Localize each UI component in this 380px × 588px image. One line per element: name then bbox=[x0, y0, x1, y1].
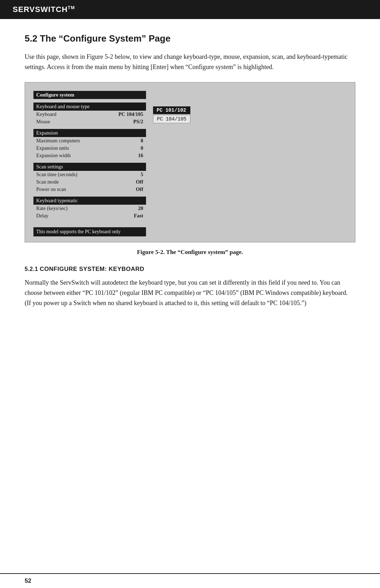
max-computers-value: 8 bbox=[141, 138, 143, 144]
scan-time-label: Scan time (seconds) bbox=[36, 172, 77, 178]
typematic-header: Keyboard typematic bbox=[33, 197, 146, 205]
header-title-text: SERVSWITCH bbox=[13, 5, 68, 14]
intro-paragraph: Use this page, shown in Figure 5-2 below… bbox=[25, 52, 355, 72]
scan-header-text: Scan settings bbox=[36, 164, 63, 169]
subsection-title-suffix-text: Keyboard bbox=[109, 266, 144, 272]
figure-caption: Figure 5-2. The “Configure system” page. bbox=[25, 249, 355, 256]
status-bar: This model supports the PC keyboard only bbox=[33, 227, 146, 236]
expansion-units-row: Expansion units 0 bbox=[33, 144, 146, 152]
delay-label: Delay bbox=[36, 213, 49, 219]
subsection-title-prefix-text: Configure System: bbox=[40, 266, 107, 272]
figure-container: Configure system Keyboard and mouse type… bbox=[25, 82, 355, 242]
subsection-heading: 5.2.1 Configure System: Keyboard bbox=[25, 266, 355, 273]
keyboard-label: Keyboard bbox=[36, 111, 56, 117]
subsection-number: 5.2.1 bbox=[25, 266, 38, 272]
keyboard-mouse-header: Keyboard and mouse type bbox=[33, 103, 146, 111]
mouse-row: Mouse PS/2 bbox=[33, 118, 146, 125]
scan-time-row: Scan time (seconds) 5 bbox=[33, 171, 146, 178]
spacer-1 bbox=[33, 99, 146, 103]
spacer-2 bbox=[33, 125, 146, 129]
config-panel-title: Configure system bbox=[33, 91, 146, 99]
rate-label: Rate (keys/sec) bbox=[36, 205, 68, 211]
power-on-scan-row: Power on scan Off bbox=[33, 186, 146, 193]
kbd-selected-option: PC 101/102 bbox=[153, 106, 190, 114]
max-computers-label: Maximum computers bbox=[36, 138, 80, 144]
power-on-scan-label: Power on scan bbox=[36, 186, 66, 192]
spacer-4 bbox=[33, 193, 146, 197]
config-panel: Configure system Keyboard and mouse type… bbox=[33, 91, 146, 236]
kbd-other-option: PC 104/105 bbox=[153, 115, 190, 123]
keyboard-value: PC 104/105 bbox=[119, 111, 143, 117]
figure-inner: Configure system Keyboard and mouse type… bbox=[33, 91, 347, 236]
expansion-header-text: Expansion bbox=[36, 130, 58, 136]
header-bar: SERVSWITCHTM bbox=[0, 0, 380, 19]
scan-mode-row: Scan mode Off bbox=[33, 178, 146, 186]
spacer-3 bbox=[33, 159, 146, 163]
mouse-value: PS/2 bbox=[133, 119, 143, 125]
main-content: 5.2 The “Configure System” Page Use this… bbox=[0, 19, 380, 339]
scan-header: Scan settings bbox=[33, 163, 146, 171]
header-trademark: TM bbox=[68, 5, 75, 10]
max-computers-row: Maximum computers 8 bbox=[33, 137, 146, 144]
rate-row: Rate (keys/sec) 20 bbox=[33, 205, 146, 212]
scan-mode-value: Off bbox=[136, 179, 143, 185]
expansion-header: Expansion bbox=[33, 129, 146, 137]
mouse-label: Mouse bbox=[36, 119, 50, 125]
spacer-5 bbox=[33, 219, 146, 223]
scan-mode-label: Scan mode bbox=[36, 179, 59, 185]
expansion-width-value: 16 bbox=[138, 153, 144, 159]
keyboard-row: Keyboard PC 104/105 bbox=[33, 111, 146, 118]
scan-time-value: 5 bbox=[141, 172, 143, 178]
keyboard-mouse-header-text: Keyboard and mouse type bbox=[36, 104, 90, 109]
expansion-width-label: Expansion width bbox=[36, 153, 71, 159]
delay-value: Fast bbox=[134, 213, 143, 219]
footer: 52 bbox=[0, 573, 380, 588]
power-on-scan-value: Off bbox=[136, 186, 143, 192]
expansion-width-row: Expansion width 16 bbox=[33, 152, 146, 159]
section-heading: 5.2 The “Configure System” Page bbox=[25, 33, 355, 44]
typematic-header-text: Keyboard typematic bbox=[36, 198, 78, 203]
delay-row: Delay Fast bbox=[33, 212, 146, 219]
expansion-units-value: 0 bbox=[141, 145, 143, 151]
page-number: 52 bbox=[25, 577, 31, 584]
subsection-body: Normally the ServSwitch will autodetect … bbox=[25, 278, 355, 308]
header-title: SERVSWITCHTM bbox=[13, 5, 75, 14]
rate-value: 20 bbox=[138, 205, 144, 211]
expansion-units-label: Expansion units bbox=[36, 145, 69, 151]
keyboard-dropdown: PC 101/102 PC 104/105 bbox=[153, 106, 190, 123]
